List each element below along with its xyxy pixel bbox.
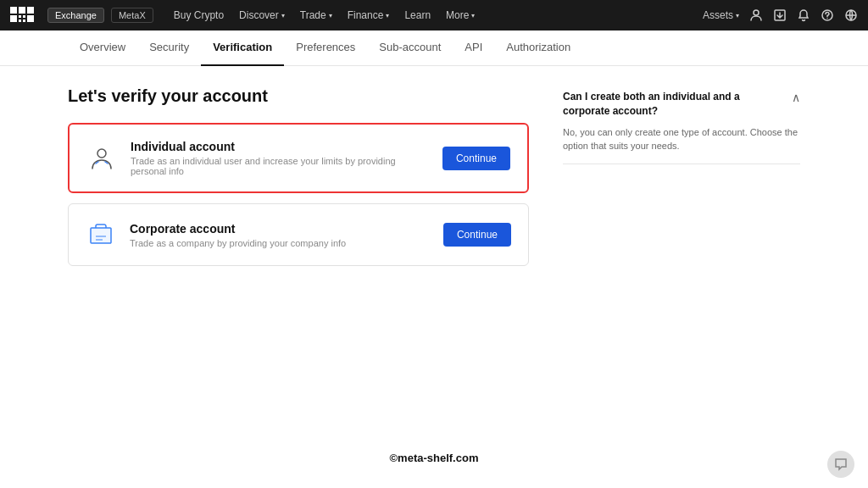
svg-rect-4 bbox=[27, 15, 34, 22]
svg-point-14 bbox=[97, 149, 106, 158]
individual-account-desc: Trade as an individual user and increase… bbox=[131, 156, 429, 176]
corporate-account-card[interactable]: Corporate account Trade as a company by … bbox=[68, 203, 529, 266]
svg-point-12 bbox=[826, 18, 827, 19]
svg-rect-1 bbox=[19, 7, 25, 14]
okx-logo-icon bbox=[10, 7, 37, 24]
faq-question: Can I create both an individual and a co… bbox=[563, 90, 800, 119]
logo[interactable] bbox=[10, 7, 37, 24]
left-panel: Let's verify your account Individual acc… bbox=[68, 86, 529, 276]
corporate-account-name: Corporate account bbox=[130, 222, 430, 236]
subnav-overview[interactable]: Overview bbox=[68, 30, 137, 66]
help-icon[interactable] bbox=[821, 8, 834, 22]
individual-continue-button[interactable]: Continue bbox=[442, 147, 510, 170]
assets-button[interactable]: Assets▾ bbox=[703, 9, 739, 21]
nav-learn[interactable]: Learn bbox=[398, 6, 437, 25]
svg-rect-2 bbox=[27, 7, 34, 14]
nav-more[interactable]: More▾ bbox=[439, 6, 481, 25]
subnav-verification[interactable]: Verification bbox=[201, 30, 284, 66]
subnav-security[interactable]: Security bbox=[137, 30, 201, 66]
faq-item: Can I create both an individual and a co… bbox=[563, 90, 800, 164]
corporate-account-desc: Trade as a company by providing your com… bbox=[130, 238, 430, 248]
svg-rect-6 bbox=[23, 15, 25, 18]
svg-rect-8 bbox=[23, 19, 25, 22]
deposit-icon[interactable] bbox=[773, 8, 787, 22]
faq-question-text: Can I create both an individual and a co… bbox=[563, 90, 785, 119]
svg-rect-0 bbox=[10, 7, 17, 14]
nav-trade[interactable]: Trade▾ bbox=[293, 6, 339, 25]
sub-navigation: Overview Security Verification Preferenc… bbox=[0, 30, 868, 66]
chat-icon bbox=[834, 458, 848, 471]
chat-bubble[interactable] bbox=[827, 451, 854, 478]
exchange-tab[interactable]: Exchange bbox=[47, 8, 104, 23]
corporate-continue-button[interactable]: Continue bbox=[443, 223, 511, 247]
svg-point-9 bbox=[754, 10, 759, 15]
right-panel: Can I create both an individual and a co… bbox=[563, 86, 800, 276]
nav-discover[interactable]: Discover▾ bbox=[232, 6, 292, 25]
svg-rect-3 bbox=[10, 15, 17, 22]
bell-icon[interactable] bbox=[797, 8, 810, 22]
individual-account-name: Individual account bbox=[131, 140, 429, 153]
profile-icon[interactable] bbox=[749, 8, 763, 22]
svg-rect-15 bbox=[91, 228, 111, 243]
individual-account-icon bbox=[86, 143, 117, 174]
subnav-subaccount[interactable]: Sub-account bbox=[367, 30, 453, 66]
nav-links: Buy Crypto Discover▾ Trade▾ Finance▾ Lea… bbox=[167, 6, 696, 25]
footer-text: ©meta-shelf.com bbox=[390, 452, 479, 464]
svg-rect-7 bbox=[19, 19, 21, 22]
svg-rect-5 bbox=[19, 15, 21, 18]
globe-icon[interactable] bbox=[844, 8, 858, 22]
individual-account-info: Individual account Trade as an individua… bbox=[131, 140, 429, 176]
corporate-account-info: Corporate account Trade as a company by … bbox=[130, 222, 430, 248]
subnav-authorization[interactable]: Authorization bbox=[494, 30, 582, 66]
top-navigation: Exchange MetaX Buy Crypto Discover▾ Trad… bbox=[0, 0, 868, 30]
nav-buy-crypto[interactable]: Buy Crypto bbox=[167, 6, 231, 25]
subnav-api[interactable]: API bbox=[453, 30, 494, 66]
main-content: Let's verify your account Individual acc… bbox=[0, 66, 868, 297]
page-title: Let's verify your account bbox=[68, 86, 529, 106]
nav-right: Assets▾ bbox=[703, 8, 858, 22]
individual-account-card[interactable]: Individual account Trade as an individua… bbox=[68, 123, 529, 193]
metax-tab[interactable]: MetaX bbox=[111, 8, 153, 23]
nav-finance[interactable]: Finance▾ bbox=[341, 6, 397, 25]
subnav-preferences[interactable]: Preferences bbox=[284, 30, 367, 66]
faq-answer: No, you can only create one type of acco… bbox=[563, 125, 800, 153]
footer: ©meta-shelf.com bbox=[0, 438, 868, 478]
corporate-account-icon bbox=[86, 219, 116, 250]
faq-toggle-icon[interactable]: ∧ bbox=[792, 91, 800, 104]
